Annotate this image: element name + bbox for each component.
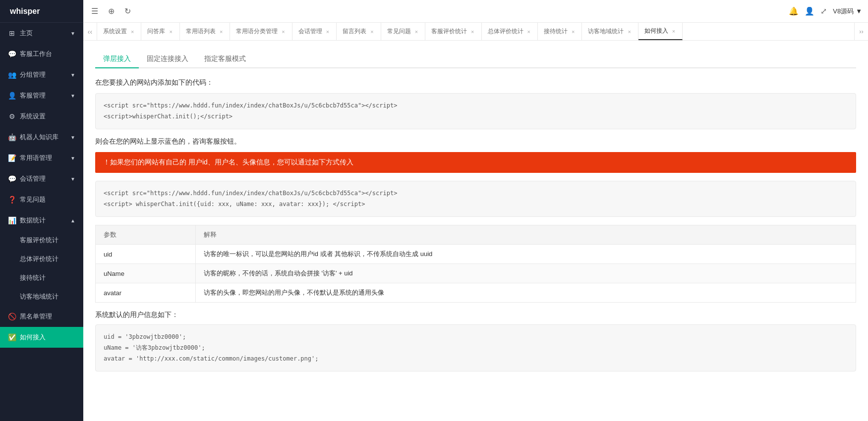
sidebar-item-data-stats[interactable]: 📊 数据统计 ▲: [0, 210, 83, 231]
sub-tab-fixed[interactable]: 固定连接接入: [139, 51, 196, 68]
table-header-param: 参数: [96, 225, 196, 245]
global-settings-icon[interactable]: ⊕: [106, 4, 116, 18]
tabs-bar: ‹‹ 系统设置 × 问答库 × 常用语列表 × 常用语分类管理 × 会话管理 ×: [83, 23, 868, 41]
blacklist-icon: 🚫: [8, 313, 16, 320]
sidebar-sub-item-total-eval[interactable]: 总体评价统计: [0, 250, 83, 268]
code-block-3: uid = '3pbzowjtbz0000'; uName = '访客3pbzo…: [95, 324, 856, 371]
tabs-list: 系统设置 × 问答库 × 常用语列表 × 常用语分类管理 × 会话管理 × 留言…: [97, 23, 854, 40]
tab-close-icon[interactable]: ×: [470, 28, 475, 35]
sidebar-item-group-mgmt[interactable]: 👥 分组管理 ▼: [0, 64, 83, 85]
sidebar-item-cs-mgmt[interactable]: 👤 客服管理 ▼: [0, 85, 83, 106]
chevron-up-icon: ▲: [70, 218, 75, 223]
sidebar-item-system-settings[interactable]: ⚙ 系统设置: [0, 106, 83, 127]
tab-close-icon[interactable]: ×: [414, 28, 419, 35]
sidebar-item-home[interactable]: ⊞ 主页 ▼: [0, 23, 83, 44]
tab-cs-eval[interactable]: 客服评价统计 ×: [425, 23, 481, 40]
sidebar-item-how-to[interactable]: ✅ 如何接入: [0, 327, 83, 348]
topbar-right: 🔔 👤 ⤢ V8源码 ▼: [789, 6, 862, 16]
home-icon: ⊞: [8, 29, 16, 37]
tab-close-icon[interactable]: ×: [526, 28, 531, 35]
sidebar-item-blacklist[interactable]: 🚫 黑名单管理: [0, 306, 83, 327]
sidebar: whisper ⊞ 主页 ▼ 💬 客服工作台 👥 分组管理 ▼ 👤 客服管理 ▼…: [0, 0, 83, 421]
tab-close-icon[interactable]: ×: [325, 28, 330, 35]
tab-visitor-region[interactable]: 访客地域统计 ×: [582, 23, 638, 40]
app-logo: whisper: [0, 0, 83, 23]
table-row: uid 访客的唯一标识，可以是您网站的用户id 或者 其他标识，不传系统自动生成…: [96, 245, 856, 264]
user-icon: 👤: [8, 92, 16, 100]
tab-common-phrases[interactable]: 常用语列表 ×: [180, 23, 230, 40]
user-avatar-icon[interactable]: 👤: [805, 6, 814, 16]
code-line-1: <script src="https://www.hddd.fun/index/…: [104, 101, 848, 111]
tabs-next-button[interactable]: ››: [854, 23, 868, 40]
chevron-down-icon: ▼: [70, 93, 75, 99]
chevron-down-icon: ▼: [70, 135, 75, 140]
sidebar-sub-item-cs-eval[interactable]: 客服评价统计: [0, 231, 83, 250]
param-desc-avatar: 访客的头像，即您网站的用户头像，不传默认是系统的通用头像: [195, 283, 856, 303]
sidebar-sub-item-reception[interactable]: 接待统计: [0, 268, 83, 287]
topbar: ☰ ⊕ ↻ 🔔 👤 ⤢ V8源码 ▼: [83, 0, 868, 23]
code-line-3: <script src="https://www.hddd.fun/index/…: [104, 188, 848, 199]
sidebar-sub-item-visitor-region[interactable]: 访客地域统计: [0, 287, 83, 306]
tab-session-mgmt[interactable]: 会话管理 ×: [292, 23, 337, 40]
default-info-label: 系统默认的用户信息如下：: [95, 311, 856, 319]
code-block-1: <script src="https://www.hddd.fun/index/…: [95, 93, 856, 129]
tab-total-eval[interactable]: 总体评价统计 ×: [482, 23, 538, 40]
tab-close-icon[interactable]: ×: [130, 28, 135, 35]
chat-icon: 💬: [8, 50, 16, 58]
param-name-avatar: avatar: [96, 283, 196, 303]
sidebar-item-robot-kb[interactable]: 🤖 机器人知识库 ▼: [0, 127, 83, 148]
group-icon: 👥: [8, 71, 16, 79]
tabs-prev-button[interactable]: ‹‹: [83, 23, 97, 40]
tab-faq2[interactable]: 常见问题 ×: [381, 23, 425, 40]
session-icon: 💬: [8, 175, 16, 183]
sidebar-item-session-mgmt[interactable]: 💬 会话管理 ▼: [0, 168, 83, 189]
sidebar-item-cs-workbench[interactable]: 💬 客服工作台: [0, 44, 83, 64]
param-table: 参数 解释 uid 访客的唯一标识，可以是您网站的用户id 或者 其他标识，不传…: [95, 225, 856, 303]
tab-close-icon[interactable]: ×: [369, 28, 374, 35]
tab-phrase-category[interactable]: 常用语分类管理 ×: [230, 23, 292, 40]
code-block-2: <script src="https://www.hddd.fun/index/…: [95, 181, 856, 217]
code-line-2: <script>whisperChat.init();</script>: [104, 111, 848, 122]
menu-icon[interactable]: ☰: [89, 4, 100, 18]
fullscreen-icon[interactable]: ⤢: [820, 6, 827, 16]
notification-icon[interactable]: 🔔: [789, 6, 799, 16]
gear-icon: ⚙: [8, 112, 16, 120]
chevron-down-icon: ▼: [70, 72, 75, 78]
page-content: 弹层接入 固定连接接入 指定客服模式 在您要接入的网站内添加如下的代码： <sc…: [83, 41, 868, 421]
tab-close-icon[interactable]: ×: [671, 28, 676, 35]
chevron-down-icon: ▼: [70, 156, 75, 161]
chevron-down-icon: ▼: [70, 176, 75, 182]
robot-icon: 🤖: [8, 133, 16, 141]
tab-message-list[interactable]: 留言列表 ×: [337, 23, 381, 40]
sub-tabs: 弹层接入 固定连接接入 指定客服模式: [95, 51, 856, 68]
sidebar-item-phrase-mgmt[interactable]: 📝 常用语管理 ▼: [0, 148, 83, 168]
tab-reception-stat[interactable]: 接待统计 ×: [538, 23, 582, 40]
refresh-icon[interactable]: ↻: [122, 4, 133, 18]
param-desc-uname: 访客的昵称，不传的话，系统自动会拼接 '访客' + uid: [195, 264, 856, 283]
tab-system-settings[interactable]: 系统设置 ×: [97, 23, 141, 40]
tab-faq[interactable]: 问答库 ×: [141, 23, 179, 40]
tab-close-icon[interactable]: ×: [219, 28, 224, 35]
note-text: 则会在您的网站上显示蓝色的，咨询客服按钮。: [95, 137, 856, 146]
table-header-desc: 解释: [195, 225, 856, 245]
description-text: 在您要接入的网站内添加如下的代码：: [95, 78, 856, 87]
tab-close-icon[interactable]: ×: [571, 28, 576, 35]
param-desc-uid: 访客的唯一标识，可以是您网站的用户id 或者 其他标识，不传系统自动生成 uui…: [195, 245, 856, 264]
version-selector[interactable]: V8源码 ▼: [833, 7, 862, 16]
code-line-7: avatar = 'http://xxx.com/static/common/i…: [104, 354, 848, 365]
sidebar-item-faq[interactable]: ❓ 常见问题: [0, 189, 83, 210]
tab-close-icon[interactable]: ×: [168, 28, 173, 35]
tab-close-icon[interactable]: ×: [627, 28, 632, 35]
tab-how-to-integrate[interactable]: 如何接入 ×: [638, 23, 683, 40]
code-line-4: <script> whisperChat.init({uid: xxx, uNa…: [104, 199, 848, 210]
tab-close-icon[interactable]: ×: [281, 28, 286, 35]
sub-tab-popup[interactable]: 弹层接入: [95, 51, 139, 68]
alert-banner: ！如果您们的网站有自己的 用户id、用户名、头像信息，您可以通过如下方式传入: [95, 152, 856, 173]
main-area: ☰ ⊕ ↻ 🔔 👤 ⤢ V8源码 ▼ ‹‹ 系统设置 × 问答库 × 常用语: [83, 0, 868, 421]
sub-tab-assign-cs[interactable]: 指定客服模式: [196, 51, 254, 68]
version-arrow-icon: ▼: [856, 7, 862, 15]
param-name-uname: uName: [96, 264, 196, 283]
code-line-6: uName = '访客3pbzowjtbz0000';: [104, 343, 848, 354]
stats-icon: 📊: [8, 216, 16, 224]
phrase-icon: 📝: [8, 154, 16, 162]
